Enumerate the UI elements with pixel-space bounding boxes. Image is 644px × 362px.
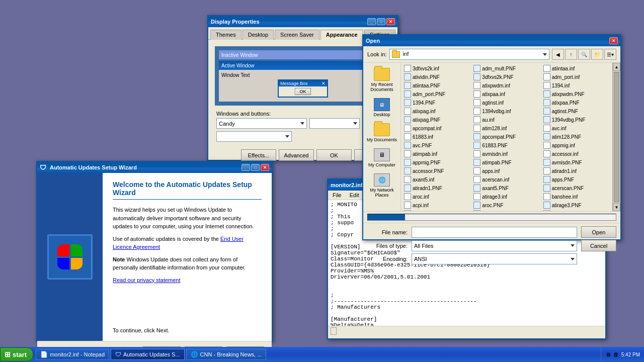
privacy-link[interactable]: Read our privacy statement xyxy=(113,277,181,283)
scrollbar-vertical[interactable]: ▲ ▼ xyxy=(612,63,620,211)
notepad-file-menu[interactable]: File xyxy=(331,192,344,199)
file-item[interactable]: banshee Inf xyxy=(403,210,471,211)
file-item[interactable]: banshee.inf xyxy=(542,193,611,201)
file-item[interactable]: 1394.inf xyxy=(542,81,611,89)
file-item[interactable]: atixpwdm.inf xyxy=(472,81,541,89)
preview-ok-button[interactable]: OK xyxy=(295,88,310,95)
desktop-item[interactable]: 🖥 Desktop xyxy=(363,96,400,120)
scroll-down-button[interactable]: ▼ xyxy=(613,203,620,211)
file-item[interactable]: adm_mult.PNF xyxy=(472,64,541,72)
notepad-edit-menu[interactable]: Edit xyxy=(348,192,361,199)
views-button[interactable]: ☰▾ xyxy=(604,49,616,60)
file-item[interactable]: avc.inf xyxy=(542,124,611,132)
tab-screensaver[interactable]: Screen Saver xyxy=(275,30,319,40)
file-item[interactable]: axant5.PNF xyxy=(472,184,541,192)
cancel-button-open[interactable]: Cancel xyxy=(581,240,616,251)
file-item[interactable]: agtinst.inf xyxy=(472,99,541,107)
display-props-titlebar[interactable]: Display Properties _ □ ✕ xyxy=(208,16,397,27)
autoupdate-titlebar[interactable]: 🛡 Automatic Updates Setup Wizard _ □ ✕ xyxy=(37,162,272,173)
file-item[interactable]: atixpwdm.PNF xyxy=(542,90,611,98)
file-item[interactable]: apcompat.PNF xyxy=(472,133,541,141)
look-in-dropdown[interactable]: inf xyxy=(389,49,549,60)
start-button[interactable]: ⊞ start xyxy=(0,347,33,361)
file-item[interactable]: apcompat.inf xyxy=(403,124,471,132)
minimize-button[interactable]: _ xyxy=(367,18,376,25)
ok-button[interactable]: OK xyxy=(316,149,352,161)
file-item[interactable]: adm_port.PNF xyxy=(403,90,471,98)
network-item[interactable]: 🌐 My Network Places xyxy=(363,171,400,200)
wizard-maximize-button[interactable]: □ xyxy=(251,164,260,171)
file-item[interactable]: avc.PNF xyxy=(403,141,471,149)
maximize-button[interactable]: □ xyxy=(377,18,385,25)
file-item[interactable]: atixpaa.PNF xyxy=(542,99,611,107)
file-item[interactable]: 61883.PNF xyxy=(472,141,541,149)
file-item[interactable]: atim128.inf xyxy=(472,124,541,132)
file-item[interactable]: atiintaa.inf xyxy=(542,64,611,72)
filetype-dropdown[interactable]: All Files xyxy=(412,240,577,251)
taskbar-item[interactable]: 📄monitor2.inf - Notepad xyxy=(36,349,109,360)
tab-desktop[interactable]: Desktop xyxy=(243,30,274,40)
taskbar-item[interactable]: 🛡Automatic Updates S... xyxy=(111,349,185,360)
filename-input[interactable] xyxy=(412,227,577,238)
tab-themes[interactable]: Themes xyxy=(210,30,242,40)
file-item[interactable]: atixpag.inf xyxy=(403,107,471,115)
file-item[interactable]: atixpaa.inf xyxy=(472,90,541,98)
file-item[interactable]: acerscan.inf xyxy=(472,175,541,184)
file-item[interactable]: 1394.PNF xyxy=(403,99,471,107)
tab-appearance[interactable]: Appearance xyxy=(320,30,363,40)
open-dialog-titlebar[interactable]: Open ✕ xyxy=(363,35,620,46)
file-item[interactable]: 3dfxvs2k.PNF xyxy=(472,73,541,81)
advanced-button[interactable]: Advanced xyxy=(279,149,314,161)
file-item[interactable]: atiradn1.PNF xyxy=(403,184,471,192)
windows-style-dropdown[interactable]: Candy xyxy=(216,118,307,129)
file-item[interactable]: atirage3.inf xyxy=(472,193,541,201)
my-computer-item[interactable]: 🖥 My Computer xyxy=(363,146,400,170)
file-item[interactable]: aroc.inf xyxy=(403,193,471,201)
file-item[interactable]: apps.PNF xyxy=(542,175,611,184)
file-item[interactable]: atiintaa.PNF xyxy=(403,81,471,89)
file-item[interactable]: 3dfxvs2k.inf xyxy=(403,64,471,72)
file-item[interactable]: asynceqn.inf xyxy=(542,210,611,211)
file-item[interactable]: agtinst.PNF xyxy=(542,107,611,115)
recent-docs-item[interactable]: My Recent Documents xyxy=(363,65,400,95)
file-item[interactable]: atimpab.PNF xyxy=(472,158,541,166)
open-button[interactable]: Open xyxy=(581,226,616,238)
font-size-dropdown[interactable] xyxy=(216,131,292,142)
scroll-thumb[interactable] xyxy=(614,72,619,202)
file-item[interactable]: atividin.PNF xyxy=(403,73,471,81)
new-folder-button[interactable]: 📁 xyxy=(591,49,603,60)
file-item[interactable]: accessor.PNF xyxy=(403,167,471,175)
taskbar-item[interactable]: 🌐CNN - Breaking News, ... xyxy=(186,349,267,360)
search-button[interactable]: 🔍 xyxy=(578,49,590,60)
file-item[interactable]: au.inf xyxy=(472,116,541,124)
file-item[interactable]: apps.inf xyxy=(472,167,541,175)
file-item[interactable]: acerscan.PNF xyxy=(542,184,611,192)
file-item[interactable]: atimpab.inf xyxy=(403,150,471,158)
color-scheme-dropdown[interactable] xyxy=(309,118,360,129)
close-button[interactable]: ✕ xyxy=(386,18,395,25)
my-docs-item[interactable]: My Documents xyxy=(363,121,400,145)
file-item[interactable]: adm_port.inf xyxy=(542,73,611,81)
file-item[interactable]: appmig.inf xyxy=(542,141,611,149)
file-item[interactable]: avmisdn.inf xyxy=(472,150,541,158)
file-item[interactable]: aroc.PNF xyxy=(472,201,541,209)
wizard-close-button[interactable]: ✕ xyxy=(261,164,269,171)
encoding-dropdown[interactable]: ANSI xyxy=(412,253,577,264)
file-item[interactable]: avmisdn.PNF xyxy=(542,158,611,166)
file-item[interactable]: atixpag.PNF xyxy=(403,116,471,124)
file-item[interactable]: acpi.PNF xyxy=(472,210,541,211)
scroll-up-button[interactable]: ▲ xyxy=(613,63,620,71)
effects-button[interactable]: Effects... xyxy=(241,149,276,161)
file-item[interactable]: 1394vdbg.PNF xyxy=(542,116,611,124)
file-item[interactable]: 1394vdbg.inf xyxy=(472,107,541,115)
up-button[interactable]: ↑ xyxy=(565,49,577,60)
file-item[interactable]: acpi.inf xyxy=(403,201,471,209)
file-item[interactable]: axant5.inf xyxy=(403,175,471,184)
file-item[interactable]: atim128.PNF xyxy=(542,133,611,141)
open-dialog-close-button[interactable]: ✕ xyxy=(609,37,618,44)
file-item[interactable]: atirage3.PNF xyxy=(542,201,611,209)
file-item[interactable]: accessor.inf xyxy=(542,150,611,158)
file-item[interactable]: atiradn1.inf xyxy=(542,167,611,175)
wizard-minimize-button[interactable]: _ xyxy=(242,164,250,171)
file-item[interactable]: 61883.inf xyxy=(403,133,471,141)
